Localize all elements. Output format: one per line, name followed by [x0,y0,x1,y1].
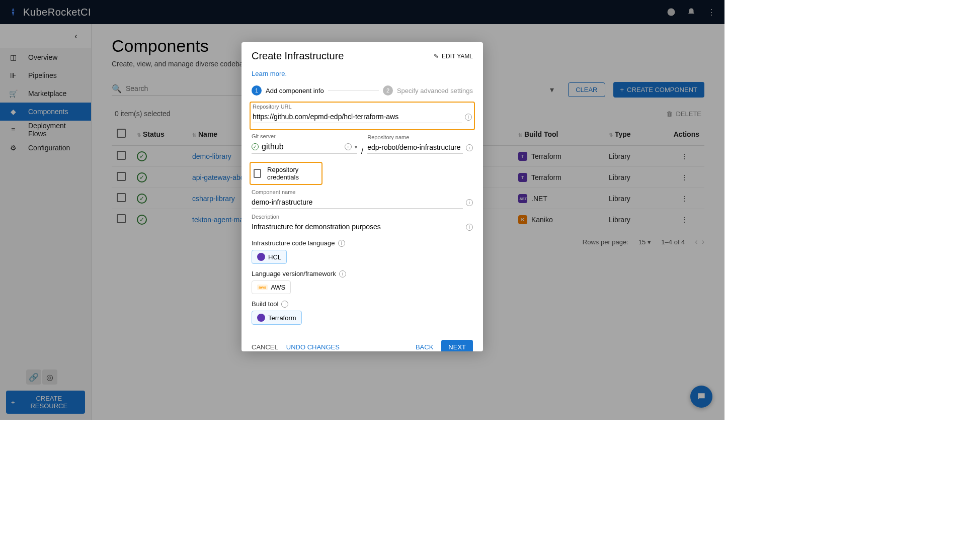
info-icon[interactable]: i [338,240,345,247]
info-icon: i [345,143,352,150]
undo-changes-button[interactable]: UNDO CHANGES [286,343,340,351]
check-icon: ✓ [252,143,259,150]
framework-chip-aws[interactable]: awsAWS [252,281,291,294]
info-icon[interactable]: i [466,199,473,206]
learn-more-link[interactable]: Learn more. [252,70,287,77]
component-name-label: Component name [252,189,473,195]
cancel-button[interactable]: CANCEL [252,343,278,351]
language-chip-hcl[interactable]: HCL [252,250,287,264]
dialog-title: Create Infrastructure [252,50,344,62]
back-button[interactable]: BACK [416,343,433,351]
info-icon[interactable]: i [465,114,472,121]
aws-icon: aws [257,285,268,290]
step-1-indicator: 1 [252,85,262,96]
edit-yaml-button[interactable]: ✎ EDIT YAML [434,53,473,60]
repo-credentials-highlight: Repository credentials [250,162,323,185]
repo-name-input[interactable] [367,141,463,154]
repo-credentials-label: Repository credentials [267,166,318,181]
create-infrastructure-dialog: Create Infrastructure ✎ EDIT YAML Learn … [241,42,483,351]
next-button[interactable]: NEXT [441,340,473,351]
build-tool-chip-terraform[interactable]: Terraform [252,311,302,325]
git-server-label: Git server [252,133,357,139]
git-server-select[interactable]: ✓ github i ▾ [252,140,357,154]
repo-name-label: Repository name [367,134,473,140]
repo-url-label: Repository URL [253,104,472,110]
info-icon[interactable]: i [466,144,473,151]
description-label: Description [252,214,473,220]
repo-credentials-checkbox[interactable] [254,169,261,178]
step-2-indicator: 2 [383,85,393,96]
repo-url-highlight: Repository URL i [250,102,475,130]
info-icon[interactable]: i [339,270,346,277]
terraform-icon [257,314,265,322]
info-icon[interactable]: i [281,301,288,308]
modal-overlay: Create Infrastructure ✎ EDIT YAML Learn … [0,0,724,420]
chevron-down-icon: ▾ [355,144,357,150]
hcl-icon [257,253,265,261]
info-icon[interactable]: i [466,224,473,231]
description-input[interactable] [252,221,463,233]
pencil-icon: ✎ [434,53,439,60]
component-name-input[interactable] [252,196,463,209]
repo-url-input[interactable] [253,111,462,123]
